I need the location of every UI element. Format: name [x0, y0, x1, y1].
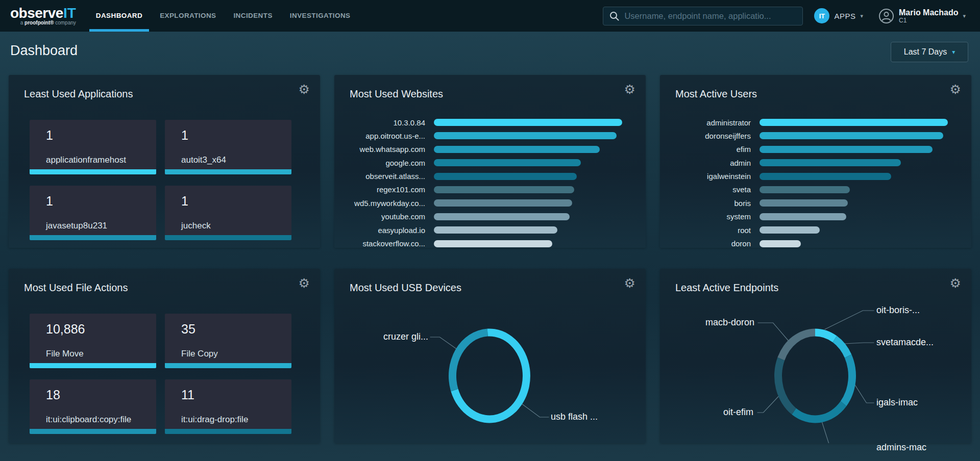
stat-tile[interactable]: 35File Copy: [165, 314, 291, 368]
bar[interactable]: [760, 240, 801, 247]
leader-line: [822, 422, 873, 443]
tile-value: 10,886: [46, 322, 85, 337]
bar-row: admin: [660, 159, 948, 166]
bar-label: youtube.com: [334, 212, 434, 221]
bar-track: [760, 199, 948, 207]
search-placeholder: Username, endpoint name, applicatio...: [624, 11, 771, 21]
donut-slice[interactable]: [777, 329, 815, 361]
bar-label: stackoverflow.co...: [334, 239, 434, 248]
tile-value: 1: [181, 128, 188, 143]
bar-track: [434, 213, 622, 220]
bar-row: web.whatsapp.com: [334, 146, 622, 153]
bar[interactable]: [434, 226, 557, 234]
bar[interactable]: [434, 146, 600, 153]
bar-chart: administratordoronseijffersefimadminigal…: [660, 119, 948, 253]
gear-icon[interactable]: ⚙: [950, 82, 961, 97]
stat-tile[interactable]: 11it:ui:drag-drop:file: [165, 379, 291, 434]
bar-track: [434, 119, 622, 126]
card-title: Most Used File Actions: [24, 282, 128, 294]
stat-tile[interactable]: 10,886File Move: [30, 314, 156, 368]
stat-tile[interactable]: 1autoit3_x64: [165, 120, 291, 174]
bar-label: administrator: [660, 118, 760, 127]
card-title: Least Used Applications: [24, 88, 133, 100]
tile-accent-bar: [165, 363, 291, 368]
bar[interactable]: [760, 199, 848, 207]
bar[interactable]: [434, 132, 617, 139]
page-title: Dashboard: [10, 43, 970, 59]
bar-track: [760, 186, 948, 193]
tile-value: 18: [46, 388, 60, 402]
tile-accent-bar: [30, 363, 156, 368]
bar[interactable]: [434, 159, 581, 166]
bar[interactable]: [760, 132, 943, 139]
bar-label: admin: [660, 159, 760, 167]
dashboard-page: Dashboard Last 7 Days ▾ Least Used Appli…: [0, 32, 980, 461]
bar[interactable]: [760, 146, 933, 153]
gear-icon[interactable]: ⚙: [624, 82, 635, 97]
bar-track: [760, 132, 948, 139]
donut-slice[interactable]: [815, 329, 837, 343]
card-most-used-usb-devices: Most Used USB Devices ⚙ cruzer gli... us…: [334, 269, 646, 443]
leader-line: [757, 396, 779, 413]
global-search-input[interactable]: Username, endpoint name, applicatio...: [603, 7, 803, 25]
observeit-logo[interactable]: observeIT a proofpoint® company: [10, 6, 76, 25]
bar[interactable]: [434, 186, 574, 193]
stat-tile[interactable]: 1applicationframehost: [30, 120, 156, 174]
bar-track: [760, 146, 948, 153]
bar-row: administrator: [660, 119, 948, 126]
donut-slice[interactable]: [833, 336, 852, 358]
bar[interactable]: [434, 119, 622, 126]
card-title: Most Active Users: [675, 88, 757, 100]
nav-tab-investigations[interactable]: INVESTIGATIONS: [283, 0, 357, 32]
card-title: Most Used Websites: [350, 88, 443, 100]
donut-label: macb-doron: [705, 317, 754, 328]
bar[interactable]: [434, 199, 572, 207]
bar-track: [434, 132, 622, 139]
tile-label: it:ui:clipboard:copy:file: [46, 415, 131, 425]
stat-tile[interactable]: 1javasetup8u231: [30, 186, 156, 240]
bar-row: stackoverflow.co...: [334, 240, 622, 247]
bar-row: easyupload.io: [334, 226, 622, 234]
bar-row: regex101.com: [334, 186, 622, 193]
chevron-down-icon: ▾: [952, 48, 955, 56]
bar[interactable]: [434, 240, 552, 247]
donut-slice[interactable]: [792, 401, 846, 423]
apps-label: APPS: [834, 12, 855, 20]
nav-tab-dashboard[interactable]: DASHBOARD: [89, 0, 149, 32]
date-range-dropdown[interactable]: Last 7 Days ▾: [891, 42, 968, 62]
tile-value: 1: [181, 194, 188, 209]
user-menu[interactable]: Mario Machado C1 ▾: [878, 8, 966, 24]
tile-accent-bar: [30, 429, 156, 434]
tile-value: 1: [46, 194, 53, 209]
stat-tile[interactable]: 1jucheck: [165, 186, 291, 240]
gear-icon[interactable]: ⚙: [299, 82, 310, 97]
widgets-grid: Least Used Applications ⚙ 1applicationfr…: [0, 75, 980, 443]
bar-track: [434, 146, 622, 153]
bar[interactable]: [760, 119, 948, 126]
bar[interactable]: [760, 213, 846, 220]
apps-menu[interactable]: IT APPS ▾: [814, 8, 863, 23]
tile-accent-bar: [30, 169, 156, 174]
stat-tiles: 10,886File Move35File Copy18it:ui:clipbo…: [30, 314, 291, 434]
bar[interactable]: [434, 213, 570, 220]
donut-slice[interactable]: [449, 329, 488, 392]
logo-wordmark: observeIT: [10, 6, 76, 20]
nav-tab-incidents[interactable]: INCIDENTS: [227, 0, 279, 32]
bar[interactable]: [760, 173, 891, 180]
nav-tab-explorations[interactable]: EXPLORATIONS: [153, 0, 223, 32]
bar[interactable]: [434, 173, 577, 180]
bar-row: doron: [660, 240, 948, 247]
donut-slice[interactable]: [774, 357, 796, 415]
bar[interactable]: [760, 226, 820, 234]
bar[interactable]: [760, 159, 901, 166]
leader-line: [845, 343, 874, 344]
donut-slice[interactable]: [841, 354, 856, 406]
card-most-used-websites: Most Used Websites ⚙ 10.3.0.84app.oitroo…: [334, 75, 646, 248]
bar[interactable]: [760, 186, 850, 193]
bar-track: [760, 119, 948, 126]
gear-icon[interactable]: ⚙: [299, 276, 310, 291]
bar-label: easyupload.io: [334, 226, 434, 235]
stat-tile[interactable]: 18it:ui:clipboard:copy:file: [30, 379, 156, 434]
bar-label: boris: [660, 199, 760, 208]
donut-label: igals-imac: [876, 397, 918, 408]
